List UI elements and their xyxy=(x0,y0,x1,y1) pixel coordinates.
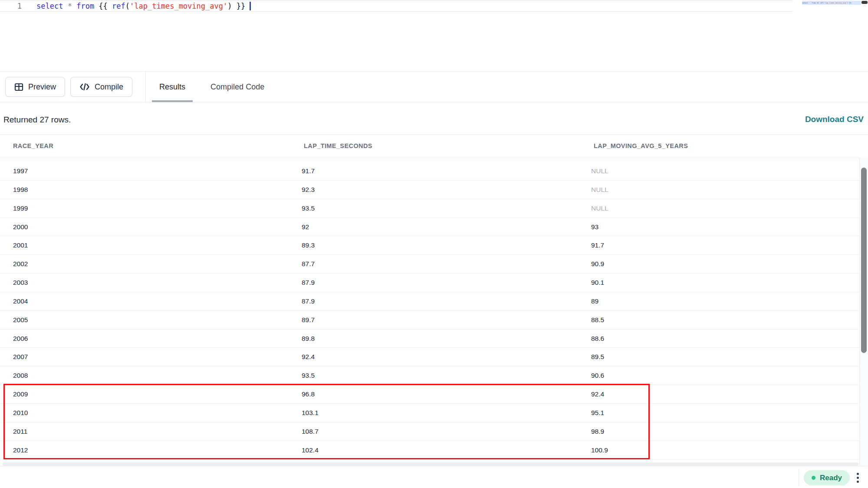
table-cell: 92.4 xyxy=(302,348,315,366)
status-divider xyxy=(799,468,799,486)
table-row: 199791.7NULL xyxy=(0,162,859,181)
table-body: 199791.7NULL199892.3NULL199993.5NULL2000… xyxy=(0,162,859,460)
table-cell: 102.4 xyxy=(302,441,319,459)
status-badge: Ready xyxy=(804,470,850,485)
table-cell: 2007 xyxy=(13,348,28,366)
preview-button[interactable]: Preview xyxy=(5,77,65,97)
table-row: 2010103.195.1 xyxy=(0,404,859,422)
column-header-race-year: RACE_YEAR xyxy=(13,142,53,149)
table-cell: 2000 xyxy=(13,218,28,236)
kebab-dot-icon xyxy=(857,473,859,475)
kebab-menu-button[interactable] xyxy=(853,471,862,484)
table-bottom-strip xyxy=(3,462,858,466)
row-count-summary: Returned 27 rows. xyxy=(3,115,71,125)
line-number: 1 xyxy=(10,2,22,10)
toolbar-divider xyxy=(145,71,146,102)
results-toolbar: Preview Compile Results Compiled Code xyxy=(0,71,868,102)
table-cell: 93.5 xyxy=(302,366,315,385)
table-row: 2012102.4100.9 xyxy=(0,441,859,460)
table-cell: 96.8 xyxy=(302,385,315,403)
table-row: 2011108.798.9 xyxy=(0,422,859,441)
results-table: RACE_YEAR LAP_TIME_SECONDS LAP_MOVING_AV… xyxy=(0,135,868,465)
table-cell: NULL xyxy=(591,181,608,199)
table-cell: 89.3 xyxy=(302,236,315,254)
table-cell: 2012 xyxy=(13,441,28,459)
minimap-code: select * from {{ ref('lap_times_moving_a… xyxy=(802,2,851,4)
code-tokens: select * from {{ ref('lap_times_moving_a… xyxy=(36,2,245,10)
table-scrollbar[interactable] xyxy=(859,158,868,466)
table-cell: 87.7 xyxy=(302,255,315,273)
table-cell: 2003 xyxy=(13,274,28,292)
results-tabs: Results Compiled Code xyxy=(152,71,272,102)
text-cursor xyxy=(250,2,251,10)
table-cell: 108.7 xyxy=(302,422,319,441)
compile-button[interactable]: Compile xyxy=(70,77,132,97)
column-header-lap-time-seconds: LAP_TIME_SECONDS xyxy=(304,142,372,149)
sql-editor[interactable]: 1 select * from {{ ref('lap_times_moving… xyxy=(0,0,868,71)
table-cell: 90.6 xyxy=(591,366,604,385)
table-scroll-gap xyxy=(0,158,859,162)
table-cell: 2009 xyxy=(13,385,28,403)
table-cell: 1999 xyxy=(13,199,28,218)
table-cell: 1997 xyxy=(13,162,28,180)
table-cell: 90.9 xyxy=(591,255,604,273)
table-cell: NULL xyxy=(591,199,608,218)
table-cell: 89.5 xyxy=(591,348,604,366)
table-cell: 93 xyxy=(591,218,598,236)
table-row: 199892.3NULL xyxy=(0,181,859,199)
table-row: 200589.788.5 xyxy=(0,311,859,330)
table-row: 200487.989 xyxy=(0,292,859,311)
table-cell: 2004 xyxy=(13,292,28,310)
tab-results[interactable]: Results xyxy=(152,71,193,102)
table-cell: 92.4 xyxy=(591,385,604,403)
download-csv-link[interactable]: Download CSV xyxy=(805,115,864,124)
tab-compiled-code[interactable]: Compiled Code xyxy=(203,71,272,102)
table-cell: 92 xyxy=(302,218,309,236)
code-icon xyxy=(79,82,90,91)
tab-compiled-code-label: Compiled Code xyxy=(210,82,264,92)
compile-button-label: Compile xyxy=(95,82,123,92)
kebab-dot-icon xyxy=(857,477,859,479)
table-cell: 88.6 xyxy=(591,330,604,348)
editor-scrollbar-thumb[interactable] xyxy=(861,1,868,4)
table-row: 200996.892.4 xyxy=(0,385,859,404)
table-cell: 2005 xyxy=(13,311,28,329)
table-scrollbar-thumb[interactable] xyxy=(861,168,867,353)
editor-scrollbar[interactable] xyxy=(861,0,868,71)
table-cell: 91.7 xyxy=(591,236,604,254)
table-grid-icon xyxy=(14,82,23,92)
code-line[interactable]: select * from {{ ref('lap_times_moving_a… xyxy=(36,2,251,10)
table-cell: 100.9 xyxy=(591,441,608,459)
table-header-row: RACE_YEAR LAP_TIME_SECONDS LAP_MOVING_AV… xyxy=(0,135,859,158)
table-cell: 2001 xyxy=(13,236,28,254)
table-row: 200287.790.9 xyxy=(0,255,859,274)
table-cell: 88.5 xyxy=(591,311,604,329)
table-cell: 98.9 xyxy=(591,422,604,441)
ide-screen: 1 select * from {{ ref('lap_times_moving… xyxy=(0,0,868,488)
editor-minimap[interactable]: select * from {{ ref('lap_times_moving_a… xyxy=(802,0,861,69)
tab-results-label: Results xyxy=(159,82,185,92)
table-row: 199993.5NULL xyxy=(0,199,859,218)
table-cell: 87.9 xyxy=(302,274,315,292)
table-cell: 91.7 xyxy=(302,162,315,180)
results-meta: Returned 27 rows. Download CSV xyxy=(0,102,868,135)
table-cell: 89.7 xyxy=(302,311,315,329)
table-cell: 89 xyxy=(591,292,598,310)
table-cell: 2002 xyxy=(13,255,28,273)
preview-button-label: Preview xyxy=(28,82,56,92)
table-cell: 93.5 xyxy=(302,199,315,218)
status-bar: Ready xyxy=(0,466,868,488)
table-row: 200792.489.5 xyxy=(0,348,859,366)
table-cell: 87.9 xyxy=(302,292,315,310)
table-cell: 95.1 xyxy=(591,404,604,422)
table-cell: NULL xyxy=(591,162,608,180)
table-row: 200387.990.1 xyxy=(0,274,859,292)
table-cell: 103.1 xyxy=(302,404,319,422)
minimap-active-line: select * from {{ ref('lap_times_moving_a… xyxy=(802,1,861,5)
table-cell: 2008 xyxy=(13,366,28,385)
table-row: 20009293 xyxy=(0,218,859,237)
table-cell: 2011 xyxy=(13,422,27,441)
column-header-lap-moving-avg: LAP_MOVING_AVG_5_YEARS xyxy=(594,142,688,149)
table-row: 200689.888.6 xyxy=(0,330,859,348)
table-cell: 1998 xyxy=(13,181,28,199)
